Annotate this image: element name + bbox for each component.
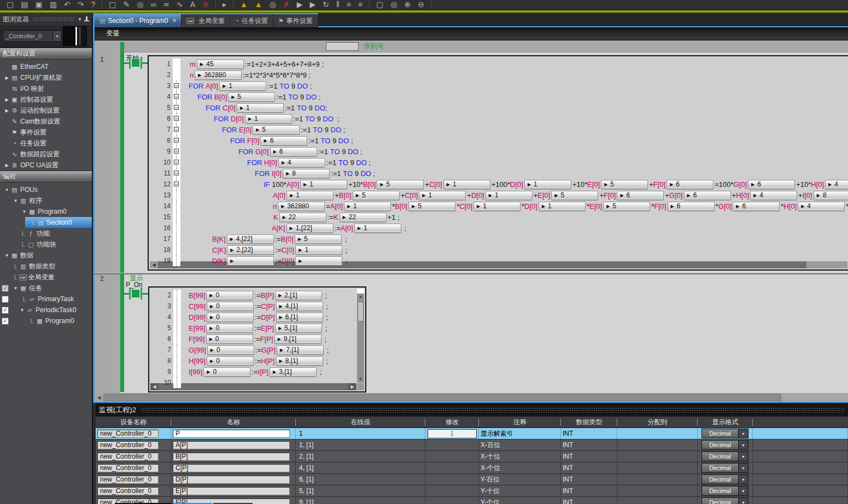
- value-box[interactable]: ▶6: [617, 191, 664, 200]
- watch-row[interactable]: new_Controller_0B[P]2, [1]X-十位INTDecimal…: [96, 451, 848, 462]
- value-box[interactable]: ▶5: [601, 180, 648, 189]
- display-format-select[interactable]: Decimal▼: [701, 440, 748, 450]
- chevron-down-icon[interactable]: ▼: [78, 17, 82, 22]
- insert-link-icon[interactable]: ∞: [150, 1, 156, 8]
- collapse-icon[interactable]: −: [174, 94, 179, 99]
- sidebar-item-periodic-task0[interactable]: ✓▼▱PeriodicTask0: [0, 304, 92, 315]
- sidebar-item-io-map[interactable]: ⇆I/O 映射: [0, 83, 92, 94]
- value-box[interactable]: ▶1: [473, 202, 521, 211]
- variable-name-box[interactable]: C[P]: [173, 464, 290, 472]
- display-format-select[interactable]: Decimal▼: [701, 486, 748, 496]
- tab-global-variables[interactable]: var全局变量: [182, 14, 230, 27]
- rung1-st-box[interactable]: ◀ 1m▶45:=1+2+3+4+5+6+7+8+9 ;2n▶362880:=1…: [148, 55, 848, 271]
- value-box[interactable]: ▶5: [353, 191, 400, 200]
- expander-icon[interactable]: ▶: [3, 97, 10, 102]
- watch-column-header[interactable]: 显示格式: [698, 418, 753, 427]
- controller-select[interactable]: _Controller_0 ▼: [3, 30, 62, 42]
- variable-table-header[interactable]: 变量: [95, 27, 848, 40]
- tab-event-settings[interactable]: ⚑事件设置: [273, 14, 318, 27]
- sidebar-item-cam-data[interactable]: ✎Cam数据设置: [0, 116, 92, 127]
- monitor-icon[interactable]: ▢: [376, 1, 383, 8]
- display-format-select[interactable]: Decimal▼: [701, 429, 748, 438]
- print-icon[interactable]: ▥: [50, 1, 57, 8]
- value-box[interactable]: ▶5: [253, 125, 300, 134]
- forbid-icon[interactable]: ⊘: [202, 1, 209, 8]
- collapse-icon[interactable]: −: [174, 160, 179, 165]
- variable-name-box[interactable]: E[P]: [173, 487, 290, 495]
- value-box[interactable]: ▶4: [278, 158, 325, 167]
- sidebar-item-programs[interactable]: ▼▥程序: [0, 195, 92, 206]
- watch-titlebar[interactable]: 监视(工程)2: [96, 403, 848, 417]
- new-project-icon[interactable]: ▢: [7, 1, 14, 8]
- rung2-st-box[interactable]: ▲ ▼ ◀ ▶ 2B[99]▶0:=B[P]▶2,[1] ;3C[99]▶0:=…: [148, 286, 366, 392]
- checkbox-task-program0[interactable]: ✓: [2, 318, 9, 325]
- value-box[interactable]: ▶6: [666, 180, 714, 189]
- value-box[interactable]: ▶6: [668, 202, 715, 211]
- data-trace-icon[interactable]: ∿: [177, 1, 183, 8]
- device-name-box[interactable]: new_Controller_0: [97, 464, 159, 472]
- rebuild-warning-icon[interactable]: ▲: [255, 1, 262, 8]
- sidebar-item-primary-task[interactable]: L▱PrimaryTask: [0, 294, 92, 304]
- value-box[interactable]: ▶22: [340, 213, 387, 222]
- expander-icon[interactable]: ▼: [3, 187, 10, 192]
- rung2-contact[interactable]: [132, 290, 139, 297]
- value-box[interactable]: ▶5: [603, 202, 650, 211]
- device-name-box[interactable]: new_Controller_0: [97, 476, 159, 484]
- tab-section0-program0[interactable]: ▤Section0 - Program0×: [95, 14, 182, 27]
- value-box[interactable]: ▶5: [228, 92, 275, 102]
- variable-name-box[interactable]: P: [173, 430, 290, 438]
- value-box[interactable]: ▶5: [377, 180, 424, 189]
- sidebar-item-section0[interactable]: L▤Section0: [0, 217, 92, 228]
- expander-icon[interactable]: ▼: [12, 198, 19, 203]
- sidebar-item-data[interactable]: ▼▦数据: [0, 250, 92, 261]
- value-box[interactable]: ▶6,[1]: [276, 313, 323, 322]
- pause-icon[interactable]: ‖: [336, 1, 340, 8]
- undo-icon[interactable]: ↶: [64, 1, 71, 8]
- watch-column-header[interactable]: 在线值: [296, 418, 425, 427]
- redo-icon[interactable]: ↷: [78, 1, 84, 8]
- collapse-icon[interactable]: −: [174, 138, 179, 143]
- open-project-icon[interactable]: ▤: [21, 1, 28, 8]
- collapse-icon[interactable]: −: [174, 83, 179, 88]
- watch-icon[interactable]: ◎: [390, 1, 397, 8]
- new-window-icon[interactable]: ▢: [109, 1, 116, 8]
- pin-icon[interactable]: [84, 16, 89, 22]
- sidebar-item-tasks[interactable]: ✓▼▦任务: [0, 283, 92, 294]
- expander-icon[interactable]: ▶: [3, 75, 10, 80]
- value-box[interactable]: ▶362880: [195, 71, 242, 80]
- run-icon[interactable]: ▶: [297, 1, 303, 8]
- sidebar-item-task-program0[interactable]: ✓L▦Program0: [0, 315, 92, 326]
- list-icon[interactable]: ≡: [347, 1, 351, 8]
- watch-column-header[interactable]: 名称: [171, 418, 296, 427]
- variable-name-box[interactable]: D[P]: [173, 476, 290, 484]
- value-box[interactable]: ▶22: [279, 213, 326, 222]
- value-box[interactable]: ▶6: [748, 180, 795, 189]
- value-box[interactable]: ▶1: [245, 114, 292, 124]
- sidebar-item-opcua-settings[interactable]: ▶≣OPC UA设置: [0, 160, 92, 171]
- section-header-programming[interactable]: 编程: [0, 171, 92, 183]
- value-box[interactable]: ▶4: [798, 202, 845, 211]
- value-box[interactable]: ▶8: [814, 191, 848, 200]
- chevron-down-icon[interactable]: ▼: [738, 452, 748, 461]
- value-box[interactable]: ▶5,[1]: [275, 324, 322, 333]
- abort-icon[interactable]: ✗: [283, 1, 290, 8]
- value-box[interactable]: ▶1,[22]: [286, 224, 334, 233]
- pointer-icon[interactable]: ▸: [223, 1, 226, 8]
- editor-hscrollbar[interactable]: ◀: [95, 393, 848, 402]
- detach-link-icon[interactable]: ≍: [163, 1, 169, 8]
- value-box[interactable]: ▶4,[22]: [227, 235, 274, 244]
- watch-column-header[interactable]: 修改: [425, 418, 479, 427]
- font-icon[interactable]: A: [190, 1, 195, 8]
- value-box[interactable]: ▶5: [408, 202, 455, 211]
- device-name-box[interactable]: new_Controller_0: [97, 430, 159, 438]
- collapse-icon[interactable]: −: [174, 116, 179, 121]
- sidebar-item-global-variables[interactable]: Lvar全局变量: [0, 272, 92, 283]
- checkbox-periodic-task0[interactable]: ✓: [2, 307, 9, 314]
- collapse-icon[interactable]: −: [174, 127, 179, 132]
- zoom-in-icon[interactable]: ⊕: [405, 1, 411, 8]
- value-box[interactable]: ▶4,[1]: [276, 302, 323, 311]
- expander-icon[interactable]: ▶: [3, 163, 10, 168]
- ladder-editor[interactable]: 序列号 1 2 开始 ◀: [95, 40, 848, 393]
- value-box[interactable]: ▶1: [486, 191, 533, 200]
- chevron-down-icon[interactable]: ▼: [738, 498, 748, 504]
